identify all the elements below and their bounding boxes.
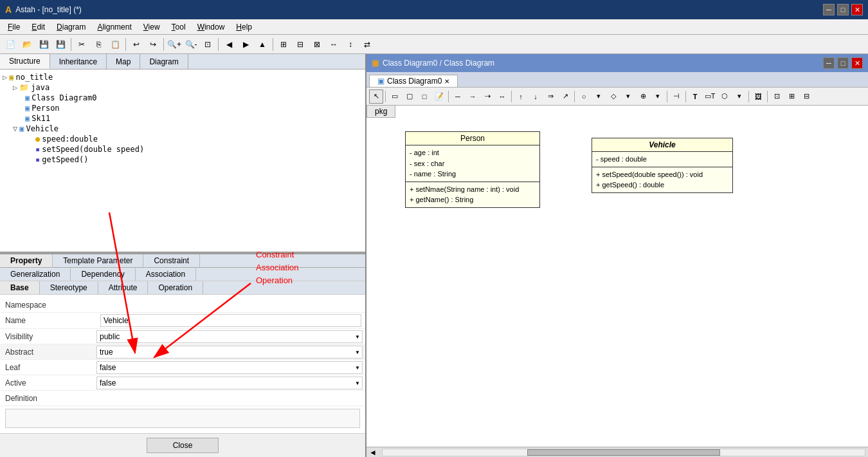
image-tool[interactable]: 🖼 bbox=[751, 89, 765, 104]
diagram-tab-classdiagram[interactable]: ▣ Class Diagram0 ✕ bbox=[369, 75, 458, 87]
save-as-button[interactable]: 💾 bbox=[53, 37, 68, 52]
redo-button[interactable]: ↪ bbox=[145, 37, 161, 52]
menu-alignment[interactable]: Alignment bbox=[92, 21, 136, 33]
nav-left-icon[interactable]: ◄ bbox=[366, 448, 379, 457]
tree-item-person[interactable]: ▣ Person bbox=[3, 103, 363, 113]
diagram-canvas[interactable]: pkg Person - age : int - sex : char - na… bbox=[366, 106, 868, 447]
menu-help[interactable]: Help bbox=[231, 21, 257, 33]
text-rect-tool[interactable]: ▭T bbox=[703, 89, 717, 104]
visibility-select[interactable]: public private protected package bbox=[96, 330, 363, 343]
package-tool[interactable]: □ bbox=[417, 89, 431, 104]
expand-button[interactable]: ⊟ bbox=[293, 37, 308, 52]
leaf-select-wrap[interactable]: true false bbox=[96, 361, 365, 374]
tree-item-setspeed[interactable]: ▪ setSpeed(double speed) bbox=[3, 144, 363, 154]
menu-file[interactable]: File bbox=[3, 21, 25, 33]
menu-view[interactable]: View bbox=[138, 21, 165, 33]
more-arrows[interactable]: ⇒ bbox=[543, 89, 557, 104]
component-menu[interactable]: ▾ bbox=[651, 89, 665, 104]
vehicle-class[interactable]: Vehicle - speed : double + setSpeed(doub… bbox=[592, 138, 733, 193]
forward-button[interactable]: ▶ bbox=[238, 37, 253, 52]
close-window-button[interactable]: ✕ bbox=[851, 4, 863, 15]
prop-tab-base[interactable]: Base bbox=[0, 281, 40, 294]
tab-structure[interactable]: Structure bbox=[0, 54, 50, 69]
tree-item-vehicle[interactable]: ▽ ▣ Vehicle bbox=[3, 124, 363, 134]
definition-text-area[interactable] bbox=[5, 409, 360, 428]
prop-tab-operation[interactable]: Operation bbox=[148, 281, 203, 294]
extra-tool[interactable]: ⊟ bbox=[799, 89, 813, 104]
zoom-out-button[interactable]: 🔍- bbox=[183, 37, 199, 52]
note-tool[interactable]: 📝 bbox=[432, 89, 446, 104]
rect-tool[interactable]: ▭ bbox=[388, 89, 402, 104]
pkg-tab[interactable]: pkg bbox=[366, 106, 395, 118]
oval-tool[interactable]: ○ bbox=[577, 89, 591, 104]
down-nav-tool[interactable]: ↓ bbox=[529, 89, 543, 104]
dashed-tool[interactable]: ⇢ bbox=[480, 89, 494, 104]
cursor-tool[interactable]: ↖ bbox=[369, 89, 383, 104]
maximize-button[interactable]: □ bbox=[837, 4, 849, 15]
more-shapes[interactable]: ⬡ bbox=[718, 89, 732, 104]
toolbar-extra2[interactable]: ↕ bbox=[343, 37, 358, 52]
new-button[interactable]: 📄 bbox=[3, 37, 18, 52]
arrow-tool[interactable]: → bbox=[466, 89, 480, 104]
name-value[interactable] bbox=[96, 313, 365, 328]
prev-button[interactable]: ◀ bbox=[221, 37, 237, 52]
prop-tab-property[interactable]: Property bbox=[0, 254, 53, 267]
line-arrow-tool[interactable]: ↗ bbox=[558, 89, 572, 104]
overview-button[interactable]: ⊞ bbox=[276, 37, 291, 52]
diagram-max-button[interactable]: □ bbox=[837, 57, 849, 69]
visibility-select-wrap[interactable]: public private protected package bbox=[96, 330, 365, 343]
fit-tool[interactable]: ⊡ bbox=[770, 89, 784, 104]
zoom-in-button[interactable]: 🔍+ bbox=[167, 37, 182, 52]
tab-diagram[interactable]: Diagram bbox=[140, 54, 188, 69]
tree-view[interactable]: ▷ ▣ no_title ▷ 📁 java ▣ Class Diagram0 ▣… bbox=[0, 70, 365, 252]
diagram-min-button[interactable]: ─ bbox=[823, 57, 835, 69]
tab-inheritance[interactable]: Inheritance bbox=[50, 54, 107, 69]
tree-item-java[interactable]: ▷ 📁 java bbox=[3, 82, 363, 93]
cut-button[interactable]: ✂ bbox=[74, 37, 89, 52]
scrollbar-thumb[interactable] bbox=[527, 449, 720, 456]
title-bar-controls[interactable]: ─ □ ✕ bbox=[823, 4, 863, 15]
rounded-rect-tool[interactable]: ▢ bbox=[402, 89, 417, 104]
up-nav-tool[interactable]: ↑ bbox=[514, 89, 528, 104]
name-input[interactable] bbox=[100, 314, 361, 327]
tree-item-sk11[interactable]: ▣ Sk11 bbox=[3, 113, 363, 124]
prop-tab-dependency[interactable]: Dependency bbox=[71, 268, 135, 281]
prop-tab-generalization[interactable]: Generalization bbox=[0, 268, 71, 281]
component-tool[interactable]: ⊕ bbox=[636, 89, 650, 104]
open-button[interactable]: 📂 bbox=[19, 37, 35, 52]
menu-window[interactable]: Window bbox=[192, 21, 230, 33]
shape-menu[interactable]: ▾ bbox=[732, 89, 746, 104]
anchor-tool[interactable]: ⊣ bbox=[669, 89, 683, 104]
person-class[interactable]: Person - age : int - sex : char - name :… bbox=[405, 131, 540, 208]
diagram-close-button[interactable]: ✕ bbox=[851, 57, 863, 69]
diamond-tool[interactable]: ◇ bbox=[606, 89, 620, 104]
line-tool[interactable]: ─ bbox=[451, 89, 465, 104]
prop-tab-association[interactable]: Association bbox=[136, 268, 196, 281]
oval-menu[interactable]: ▾ bbox=[592, 89, 606, 104]
horizontal-scrollbar[interactable] bbox=[382, 449, 865, 456]
zoom-fit-button[interactable]: ⊡ bbox=[200, 37, 215, 52]
prop-tab-template[interactable]: Template Parameter bbox=[53, 254, 143, 267]
text-tool[interactable]: T bbox=[688, 89, 702, 104]
up-button[interactable]: ▲ bbox=[255, 37, 270, 52]
diamond-menu[interactable]: ▾ bbox=[621, 89, 635, 104]
abstract-select-wrap[interactable]: true false bbox=[96, 346, 365, 359]
tab-map[interactable]: Map bbox=[107, 54, 140, 69]
prop-tab-constraint[interactable]: Constraint bbox=[143, 254, 200, 267]
active-select-wrap[interactable]: true false bbox=[96, 377, 365, 389]
paste-button[interactable]: 📋 bbox=[107, 37, 123, 52]
abstract-select[interactable]: true false bbox=[96, 346, 363, 359]
diagram-tab-close[interactable]: ✕ bbox=[444, 78, 449, 85]
undo-button[interactable]: ↩ bbox=[129, 37, 144, 52]
minimize-button[interactable]: ─ bbox=[823, 4, 835, 15]
save-button[interactable]: 💾 bbox=[36, 37, 51, 52]
menu-edit[interactable]: Edit bbox=[26, 21, 50, 33]
tree-item-no_title[interactable]: ▷ ▣ no_title bbox=[3, 72, 363, 82]
prop-tab-attribute[interactable]: Attribute bbox=[98, 281, 149, 294]
tree-item-classdiagram[interactable]: ▣ Class Diagram0 bbox=[3, 93, 363, 103]
expand-diagram-tool[interactable]: ⊞ bbox=[784, 89, 799, 104]
tree-item-getspeed[interactable]: ▪ getSpeed() bbox=[3, 154, 363, 165]
menu-diagram[interactable]: Diagram bbox=[51, 21, 91, 33]
association-tool[interactable]: ↔ bbox=[495, 89, 509, 104]
menu-tool[interactable]: Tool bbox=[167, 21, 191, 33]
